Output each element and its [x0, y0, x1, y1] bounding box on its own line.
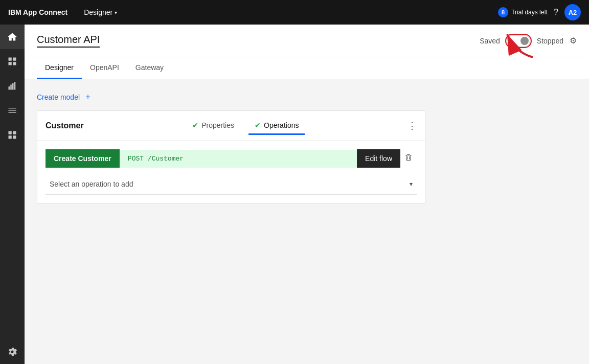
- designer-label: Designer: [84, 8, 112, 16]
- model-name: Customer: [46, 121, 84, 130]
- grid-icon: [7, 130, 17, 140]
- avatar[interactable]: A2: [564, 4, 581, 20]
- tab-gateway[interactable]: Gateway: [127, 57, 172, 79]
- header-actions: Saved Stopped ⚙: [480, 35, 577, 47]
- svg-rect-3: [13, 62, 16, 65]
- svg-rect-5: [10, 85, 12, 90]
- apps-icon: [7, 56, 17, 66]
- model-tab-operations[interactable]: ✔ Operations: [248, 117, 305, 135]
- layout: Customer API Saved Stopped ⚙ Designer Op…: [0, 25, 589, 364]
- model-card-header: Customer ✔ Properties ✔ Operations ⋮: [37, 111, 425, 141]
- edit-flow-button[interactable]: Edit flow: [357, 149, 400, 168]
- sidebar-item-settings[interactable]: [0, 339, 25, 364]
- trash-icon: [404, 153, 413, 162]
- svg-rect-8: [9, 108, 16, 108]
- model-tab-properties-label: Properties: [201, 121, 234, 129]
- topnav: IBM App Connect Designer ▾ 8 Trial days …: [0, 0, 589, 25]
- svg-rect-9: [9, 110, 16, 110]
- api-title: Customer API: [37, 34, 100, 48]
- operations-check-icon: ✔: [255, 121, 261, 129]
- svg-rect-10: [9, 112, 16, 113]
- list-icon: [7, 105, 17, 116]
- model-tab-properties[interactable]: ✔ Properties: [186, 117, 240, 135]
- toggle-knob: [520, 37, 529, 45]
- trial-days-label: Trial days left: [511, 9, 548, 16]
- svg-rect-4: [9, 86, 10, 89]
- op-path: POST /Customer: [120, 150, 357, 168]
- operation-row: Create Customer POST /Customer Edit flow: [46, 149, 417, 168]
- analytics-icon: [7, 81, 17, 91]
- svg-rect-7: [14, 82, 16, 90]
- tab-designer[interactable]: Designer: [37, 57, 82, 79]
- saved-label: Saved: [480, 37, 500, 45]
- delete-operation-button[interactable]: [400, 149, 417, 168]
- sidebar-item-list[interactable]: [0, 98, 25, 123]
- topnav-right: 8 Trial days left ? A2: [498, 4, 581, 20]
- model-card: Customer ✔ Properties ✔ Operations ⋮: [37, 110, 425, 203]
- model-more-icon[interactable]: ⋮: [407, 120, 417, 131]
- svg-rect-12: [13, 131, 16, 134]
- svg-rect-1: [13, 58, 16, 61]
- start-stop-toggle[interactable]: [506, 35, 531, 47]
- main-content: Customer API Saved Stopped ⚙ Designer Op…: [25, 25, 589, 364]
- properties-check-icon: ✔: [192, 121, 198, 129]
- header-bar: Customer API Saved Stopped ⚙: [25, 25, 589, 57]
- select-operation-label: Select an operation to add: [50, 180, 133, 188]
- home-icon: [7, 32, 17, 42]
- tab-bar: Designer OpenAPI Gateway: [25, 57, 589, 79]
- trial-badge: 8 Trial days left: [498, 7, 548, 17]
- model-tab-operations-label: Operations: [264, 121, 299, 129]
- svg-rect-6: [12, 83, 14, 90]
- sidebar-item-grid[interactable]: [0, 123, 25, 147]
- op-method-button[interactable]: Create Customer: [46, 149, 120, 168]
- svg-rect-0: [9, 58, 12, 61]
- stopped-label: Stopped: [537, 37, 563, 45]
- trial-days-number: 8: [498, 7, 508, 17]
- create-model-link[interactable]: Create model: [37, 93, 80, 101]
- svg-rect-2: [9, 62, 12, 65]
- svg-rect-14: [13, 135, 16, 139]
- chevron-down-icon: ▾: [115, 10, 117, 15]
- sidebar-item-analytics[interactable]: [0, 74, 25, 98]
- help-icon[interactable]: ?: [554, 8, 558, 17]
- sidebar-item-apps[interactable]: [0, 49, 25, 74]
- tab-openapi[interactable]: OpenAPI: [82, 57, 127, 79]
- designer-content: Create model ＋ Customer ✔ Properties ✔ O…: [25, 79, 589, 364]
- create-model-row: Create model ＋: [37, 92, 577, 102]
- designer-menu[interactable]: Designer ▾: [80, 6, 121, 18]
- api-settings-icon[interactable]: ⚙: [570, 36, 577, 46]
- add-model-icon[interactable]: ＋: [84, 92, 92, 102]
- chevron-down-icon: ▾: [410, 180, 413, 188]
- sidebar: [0, 25, 25, 364]
- sidebar-item-home[interactable]: [0, 25, 25, 49]
- app-brand: IBM App Connect: [8, 8, 67, 16]
- select-operation-dropdown[interactable]: Select an operation to add ▾: [46, 174, 417, 195]
- svg-rect-13: [9, 135, 12, 139]
- svg-rect-11: [9, 131, 12, 134]
- settings-icon: [7, 347, 17, 357]
- model-card-body: Create Customer POST /Customer Edit flow…: [37, 141, 425, 203]
